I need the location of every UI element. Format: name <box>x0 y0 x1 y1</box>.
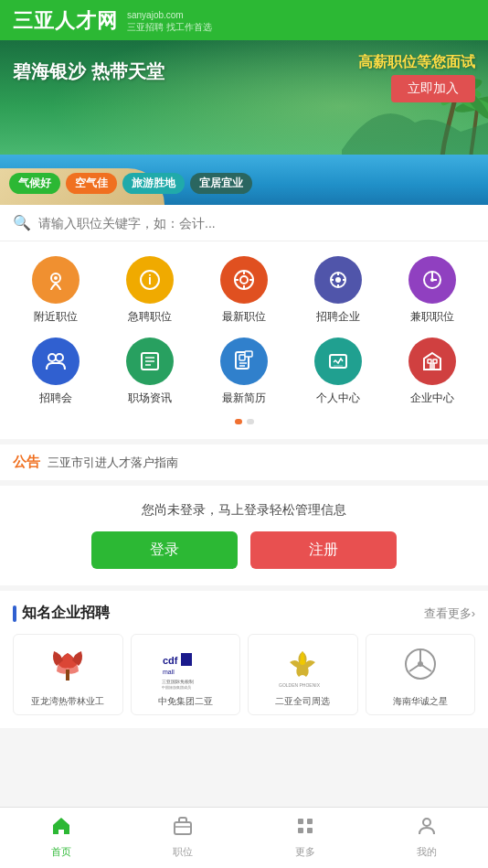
cat-companies[interactable]: 招聘企业 <box>302 256 375 325</box>
notice-bar[interactable]: 公告 三亚市引进人才落户指南 <box>0 439 488 486</box>
svg-point-23 <box>56 354 63 361</box>
personal-center-icon <box>314 338 362 385</box>
dot-1 <box>235 419 242 424</box>
company-logo-3: GOLDEN PHOENIX <box>275 644 330 690</box>
cat-label-nearby: 附近职位 <box>34 309 78 325</box>
cat-label-resumes: 最新简历 <box>222 391 266 406</box>
svg-point-47 <box>418 661 423 667</box>
register-button[interactable]: 注册 <box>250 531 397 569</box>
nav-more-label: 更多 <box>295 845 315 859</box>
company-card-4[interactable]: 海南华诚之星 <box>366 634 476 715</box>
svg-rect-37 <box>433 359 437 363</box>
nav-jobs[interactable]: 职位 <box>122 815 245 859</box>
new-jobs-icon <box>220 256 268 304</box>
nav-jobs-label: 职位 <box>173 845 193 859</box>
cat-label-news: 职场资讯 <box>128 391 172 406</box>
svg-rect-38 <box>66 670 69 680</box>
logo-domain: sanyajob.com 三亚招聘 找工作首选 <box>127 9 212 33</box>
svg-rect-51 <box>307 819 313 824</box>
bottom-nav: 首页 职位 更多 我的 <box>0 807 488 868</box>
view-more-arrow: › <box>472 606 475 620</box>
nav-more[interactable]: 更多 <box>244 815 366 859</box>
login-prompt: 您尚未登录，马上登录轻松管理信息 <box>18 502 470 519</box>
company-name-4: 海南华诚之星 <box>393 695 448 707</box>
dot-2 <box>247 419 254 424</box>
company-card-2[interactable]: cdf mall 三亚国际免税制 中国旅游集团成员 中免集团二亚 <box>131 634 241 715</box>
cat-enterprise-center[interactable]: 企业中心 <box>396 338 469 406</box>
search-input[interactable] <box>38 216 475 230</box>
company-name-1: 亚龙湾热带林业工 <box>31 695 104 707</box>
banner-tags: 气候好 空气佳 旅游胜地 宜居宜业 <box>9 173 252 194</box>
company-card-3[interactable]: GOLDEN PHOENIX 二亚全司周选 <box>248 634 358 715</box>
company-logo-4 <box>393 644 448 690</box>
svg-point-9 <box>54 276 58 280</box>
search-bar: 🔍 <box>0 205 488 241</box>
company-name-3: 二亚全司周选 <box>275 695 330 707</box>
categories-section: 附近职位 i 急聘职位 最新职位 招聘企业 兼职职位 <box>0 241 488 439</box>
company-grid: 亚龙湾热带林业工 cdf mall 三亚国际免税制 中国旅游集团成员 中免集团二… <box>13 634 475 728</box>
cat-label-urgent: 急聘职位 <box>128 309 172 325</box>
cat-label-parttime: 兼职职位 <box>410 309 454 325</box>
svg-text:三亚国际免税制: 三亚国际免税制 <box>162 679 194 684</box>
category-row-1: 附近职位 i 急聘职位 最新职位 招聘企业 兼职职位 <box>9 256 479 325</box>
svg-point-22 <box>48 354 56 361</box>
home-icon <box>50 815 72 842</box>
banner-text-left: 碧海银沙 热带天堂 <box>13 59 164 84</box>
nav-home[interactable]: 首页 <box>0 815 122 859</box>
urgent-jobs-icon: i <box>126 256 174 304</box>
cat-news[interactable]: 职场资讯 <box>113 338 186 406</box>
svg-rect-50 <box>298 819 303 824</box>
svg-text:i: i <box>148 273 152 287</box>
cat-urgent-jobs[interactable]: i 急聘职位 <box>113 256 186 325</box>
cat-label-jobfair: 招聘会 <box>39 391 72 406</box>
cat-label-enterprise: 企业中心 <box>410 391 454 406</box>
nav-mine[interactable]: 我的 <box>366 815 489 859</box>
cat-parttime[interactable]: 兼职职位 <box>396 256 469 325</box>
section-title: 知名企业招聘 <box>22 604 110 623</box>
companies-section: 知名企业招聘 查看更多 › 亚龙湾热带 <box>0 591 488 728</box>
svg-text:cdf: cdf <box>163 655 178 666</box>
login-buttons: 登录 注册 <box>18 531 470 569</box>
banner-join-button[interactable]: 立即加入 <box>391 75 475 102</box>
cat-personal-center[interactable]: 个人中心 <box>302 338 375 406</box>
svg-point-21 <box>430 278 434 282</box>
jobfair-icon <box>32 338 80 385</box>
cat-nearby-jobs[interactable]: 附近职位 <box>19 256 92 325</box>
news-icon <box>126 338 174 385</box>
svg-text:GOLDEN PHOENIX: GOLDEN PHOENIX <box>279 682 321 688</box>
more-icon <box>294 815 316 842</box>
login-section: 您尚未登录，马上登录轻松管理信息 登录 注册 <box>0 486 488 591</box>
cat-jobfair[interactable]: 招聘会 <box>19 338 92 406</box>
cat-new-jobs[interactable]: 最新职位 <box>207 256 281 325</box>
svg-rect-29 <box>239 355 245 360</box>
section-header: 知名企业招聘 查看更多 › <box>13 604 475 623</box>
svg-rect-52 <box>298 828 303 833</box>
svg-rect-53 <box>307 828 313 833</box>
svg-rect-48 <box>175 822 191 834</box>
view-more-link[interactable]: 查看更多 › <box>424 605 475 622</box>
mine-icon <box>416 815 438 842</box>
svg-text:中国旅游集团成员: 中国旅游集团成员 <box>162 685 191 690</box>
section-bar-decoration <box>13 605 16 622</box>
banner: 碧海银沙 热带天堂 高薪职位等您面试 立即加入 气候好 空气佳 旅游胜地 宜居宜… <box>0 40 488 205</box>
svg-point-19 <box>335 277 341 283</box>
company-card-1[interactable]: 亚龙湾热带林业工 <box>13 634 123 715</box>
category-pagination <box>9 419 479 430</box>
cat-label-companies: 招聘企业 <box>316 309 360 325</box>
cat-label-new: 最新职位 <box>222 309 266 325</box>
logo-text: 三亚人才网 <box>13 7 118 35</box>
company-name-2: 中免集团二亚 <box>158 695 213 707</box>
top-header: 三亚人才网 sanyajob.com 三亚招聘 找工作首选 <box>0 0 488 40</box>
view-more-label: 查看更多 <box>424 605 472 622</box>
resumes-icon <box>220 338 268 385</box>
company-logo-1 <box>40 644 95 690</box>
notice-text: 三亚市引进人才落户指南 <box>48 455 178 471</box>
login-button[interactable]: 登录 <box>91 531 238 569</box>
svg-rect-35 <box>430 363 435 370</box>
svg-point-54 <box>423 819 430 826</box>
cat-resumes[interactable]: 最新简历 <box>207 338 281 406</box>
banner-tag-1: 气候好 <box>9 173 60 194</box>
banner-tag-2: 空气佳 <box>66 173 117 194</box>
svg-text:mall: mall <box>163 669 175 675</box>
nav-home-label: 首页 <box>51 845 71 859</box>
